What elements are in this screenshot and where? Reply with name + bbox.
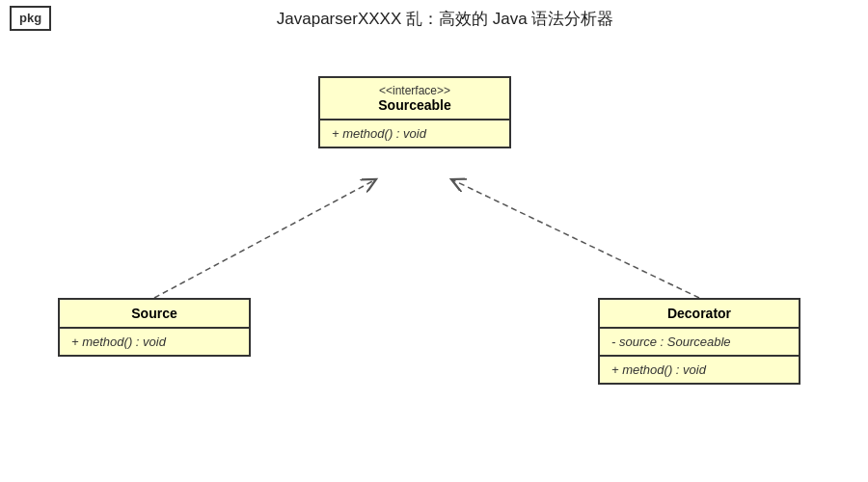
- pkg-badge: pkg: [10, 6, 51, 31]
- arrow-source-to-sourceable: [154, 179, 376, 298]
- decorator-classname: Decorator: [611, 306, 787, 321]
- sourceable-classname: Sourceable: [332, 97, 498, 113]
- arrow-decorator-to-sourceable: [451, 179, 699, 298]
- diagram-area: <<interface>> Sourceable + method() : vo…: [0, 38, 868, 471]
- source-classname: Source: [71, 306, 237, 321]
- source-method-section: + method() : void: [60, 329, 249, 355]
- decorator-field: - source : Sourceable: [611, 335, 731, 349]
- uml-box-source: Source + method() : void: [58, 298, 251, 357]
- uml-box-decorator: Decorator - source : Sourceable + method…: [598, 298, 800, 385]
- decorator-method-section: + method() : void: [600, 357, 799, 383]
- decorator-method: + method() : void: [611, 362, 706, 377]
- sourceable-header: <<interface>> Sourceable: [320, 78, 509, 120]
- uml-box-sourceable: <<interface>> Sourceable + method() : vo…: [318, 76, 511, 148]
- sourceable-method: + method() : void: [332, 126, 426, 141]
- sourceable-stereotype: <<interface>>: [332, 84, 498, 97]
- decorator-header: Decorator: [600, 300, 799, 329]
- page-container: pkg JavaparserXXXX 乱：高效的 Java 语法分析器: [0, 0, 868, 482]
- source-method: + method() : void: [71, 335, 166, 349]
- source-header: Source: [60, 300, 249, 329]
- top-bar: pkg JavaparserXXXX 乱：高效的 Java 语法分析器: [0, 0, 868, 38]
- page-title: JavaparserXXXX 乱：高效的 Java 语法分析器: [70, 6, 858, 32]
- decorator-field-section: - source : Sourceable: [600, 329, 799, 357]
- sourceable-method-section: + method() : void: [320, 120, 509, 147]
